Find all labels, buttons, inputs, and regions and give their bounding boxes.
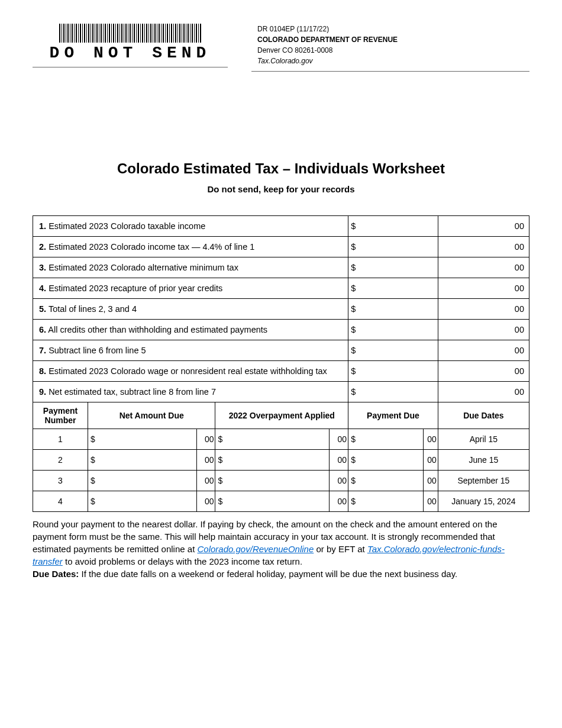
revenue-online-link[interactable]: Colorado.gov/RevenueOnline — [197, 544, 314, 554]
line-label: 7. Subtract line 6 from line 5 — [33, 340, 348, 361]
due-date: June 15 — [438, 450, 529, 471]
net-cents: 00 — [196, 429, 215, 450]
payment-number: 2 — [33, 450, 88, 471]
amount-input[interactable]: $ — [348, 216, 438, 237]
due-dates-text: If the due date falls on a weekend or fe… — [79, 569, 457, 579]
line-number: 3. — [39, 263, 46, 272]
net-amount-input[interactable]: $ — [88, 471, 197, 491]
dept-name: COLORADO DEPARTMENT OF REVENUE — [257, 34, 529, 45]
dept-address: Denver CO 80261-0008 — [257, 45, 529, 56]
line-label: 6. All credits other than withholding an… — [33, 320, 348, 340]
payment-row-1: 1$00$00$00April 15 — [33, 429, 529, 450]
cents-value: 00 — [438, 257, 529, 278]
payment-due-input[interactable]: $ — [348, 429, 424, 450]
worksheet-line-7: 7. Subtract line 6 from line 5$00 — [33, 340, 529, 361]
overpayment-cents: 00 — [330, 491, 348, 512]
worksheet-line-3: 3. Estimated 2023 Colorado alternative m… — [33, 257, 529, 278]
dept-website: Tax.Colorado.gov — [257, 56, 529, 66]
page-title: Colorado Estimated Tax – Individuals Wor… — [33, 160, 529, 177]
worksheet-line-9: 9. Net estimated tax, subtract line 8 fr… — [33, 382, 529, 402]
line-number: 4. — [39, 284, 46, 293]
note-text: to avoid problems or delays with the 202… — [63, 556, 302, 566]
amount-input[interactable]: $ — [348, 257, 438, 278]
line-text: Total of lines 2, 3 and 4 — [49, 304, 137, 314]
barcode-graphic — [59, 24, 201, 43]
form-id: DR 0104EP (11/17/22) — [257, 24, 529, 34]
line-number: 9. — [39, 387, 46, 397]
due-dates-label: Due Dates: — [33, 569, 79, 579]
amount-input[interactable]: $ — [348, 237, 438, 257]
payment-due-input[interactable]: $ — [348, 471, 424, 491]
payment-row-4: 4$00$00$00January 15, 2024 — [33, 491, 529, 512]
line-text: Estimated 2023 Colorado taxable income — [49, 221, 205, 231]
payment-due-input[interactable]: $ — [348, 491, 424, 512]
line-text: Estimated 2023 recapture of prior year c… — [49, 284, 222, 293]
due-date: September 15 — [438, 471, 529, 491]
line-text: Estimated 2023 Colorado income tax — 4.4… — [49, 242, 254, 252]
worksheet-line-6: 6. All credits other than withholding an… — [33, 320, 529, 340]
line-text: Estimated 2023 Colorado wage or nonresid… — [49, 366, 327, 376]
col-net-amount-due: Net Amount Due — [88, 402, 215, 429]
line-text: Net estimated tax, subtract line 8 from … — [49, 387, 216, 397]
line-label: 4. Estimated 2023 recapture of prior yea… — [33, 278, 348, 299]
line-number: 7. — [39, 346, 46, 355]
amount-input[interactable]: $ — [348, 340, 438, 361]
worksheet-table: 1. Estimated 2023 Colorado taxable incom… — [33, 215, 529, 512]
amount-input[interactable]: $ — [348, 382, 438, 402]
net-amount-input[interactable]: $ — [88, 450, 197, 471]
col-payment-number: Payment Number — [33, 402, 88, 429]
barcode-block: DO NOT SEND — [33, 24, 228, 67]
net-cents: 00 — [196, 450, 215, 471]
worksheet-line-4: 4. Estimated 2023 recapture of prior yea… — [33, 278, 529, 299]
worksheet-line-2: 2. Estimated 2023 Colorado income tax — … — [33, 237, 529, 257]
overpayment-cents: 00 — [330, 471, 348, 491]
payment-number: 3 — [33, 471, 88, 491]
payment-row-3: 3$00$00$00September 15 — [33, 471, 529, 491]
note-text: or by EFT at — [314, 544, 367, 554]
overpayment-input[interactable]: $ — [215, 429, 330, 450]
cents-value: 00 — [438, 237, 529, 257]
worksheet-line-1: 1. Estimated 2023 Colorado taxable incom… — [33, 216, 529, 237]
cents-value: 00 — [438, 382, 529, 402]
cents-value: 00 — [438, 361, 529, 382]
line-label: 2. Estimated 2023 Colorado income tax — … — [33, 237, 348, 257]
line-text: Estimated 2023 Colorado alternative mini… — [49, 263, 238, 272]
net-amount-input[interactable]: $ — [88, 491, 197, 512]
payment-due-cents: 00 — [424, 491, 438, 512]
col-overpayment-applied: 2022 Overpayment Applied — [215, 402, 348, 429]
payment-due-cents: 00 — [424, 429, 438, 450]
amount-input[interactable]: $ — [348, 361, 438, 382]
net-cents: 00 — [196, 491, 215, 512]
amount-input[interactable]: $ — [348, 320, 438, 340]
col-payment-due: Payment Due — [348, 402, 438, 429]
payment-row-2: 2$00$00$00June 15 — [33, 450, 529, 471]
line-label: 1. Estimated 2023 Colorado taxable incom… — [33, 216, 348, 237]
overpayment-cents: 00 — [330, 450, 348, 471]
line-number: 8. — [39, 366, 46, 376]
overpayment-cents: 00 — [330, 429, 348, 450]
document-header: DO NOT SEND DR 0104EP (11/17/22) COLORAD… — [33, 24, 529, 72]
line-text: Subtract line 6 from line 5 — [49, 346, 146, 355]
cents-value: 00 — [438, 278, 529, 299]
line-text: All credits other than withholding and e… — [48, 325, 267, 334]
due-date: April 15 — [438, 429, 529, 450]
amount-input[interactable]: $ — [348, 278, 438, 299]
cents-value: 00 — [438, 299, 529, 320]
line-label: 3. Estimated 2023 Colorado alternative m… — [33, 257, 348, 278]
overpayment-input[interactable]: $ — [215, 450, 330, 471]
payment-due-input[interactable]: $ — [348, 450, 424, 471]
net-amount-input[interactable]: $ — [88, 429, 197, 450]
page-subtitle: Do not send, keep for your records — [33, 184, 529, 194]
cents-value: 00 — [438, 216, 529, 237]
note-paragraph-1: Round your payment to the nearest dollar… — [33, 518, 529, 568]
line-number: 6. — [39, 325, 46, 334]
overpayment-input[interactable]: $ — [215, 471, 330, 491]
amount-input[interactable]: $ — [348, 299, 438, 320]
payment-header-row: Payment Number Net Amount Due 2022 Overp… — [33, 402, 529, 429]
overpayment-input[interactable]: $ — [215, 491, 330, 512]
cents-value: 00 — [438, 320, 529, 340]
line-number: 1. — [39, 221, 46, 231]
payment-due-cents: 00 — [424, 471, 438, 491]
cents-value: 00 — [438, 340, 529, 361]
note-paragraph-2: Due Dates: If the due date falls on a we… — [33, 568, 529, 580]
